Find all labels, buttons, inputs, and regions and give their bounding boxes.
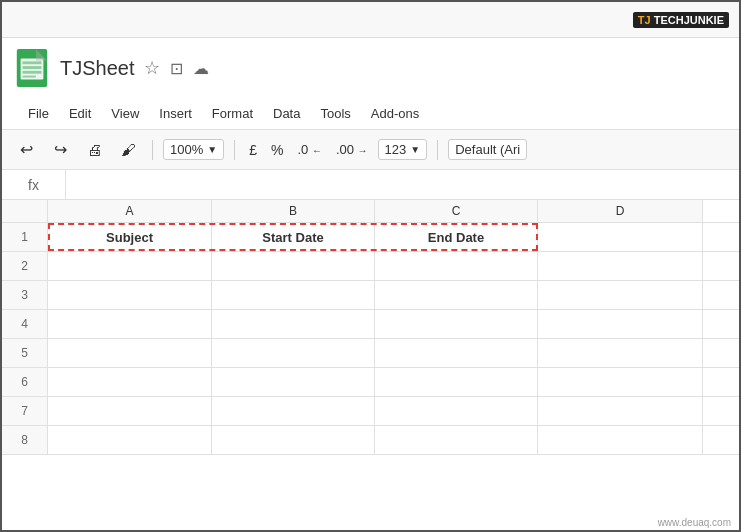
cell-a1[interactable]: Subject [48, 223, 212, 251]
cell-c4[interactable] [375, 310, 538, 338]
cell-a8[interactable] [48, 426, 212, 454]
zoom-dropdown-icon: ▼ [207, 144, 217, 155]
menu-view[interactable]: View [103, 102, 147, 125]
logo-tj: TJ [638, 14, 651, 26]
svg-rect-2 [23, 61, 42, 64]
table-row: 5 [2, 339, 739, 368]
menu-addons[interactable]: Add-ons [363, 102, 427, 125]
font-selector[interactable]: Default (Ari [448, 139, 527, 160]
cell-d5[interactable] [538, 339, 703, 367]
top-bar-icons: TJ TECHJUNKIE [633, 12, 729, 28]
cloud-icon[interactable]: ☁ [193, 59, 209, 78]
cell-b1[interactable]: Start Date [212, 223, 375, 251]
fx-label: fx [2, 170, 66, 199]
cell-c8[interactable] [375, 426, 538, 454]
decimal-decrease-button[interactable]: .0 ← [293, 140, 325, 159]
percent-button[interactable]: % [267, 140, 287, 160]
undo-button[interactable]: ↩ [12, 136, 40, 164]
svg-rect-3 [23, 66, 42, 69]
table-row: 6 [2, 368, 739, 397]
paint-format-button[interactable]: 🖌 [114, 136, 142, 164]
row-number-6: 6 [2, 368, 48, 396]
row-number-1: 1 [2, 223, 48, 251]
menu-insert[interactable]: Insert [151, 102, 200, 125]
top-bar: TJ TECHJUNKIE [2, 2, 739, 38]
table-row: 8 [2, 426, 739, 455]
cell-b7[interactable] [212, 397, 375, 425]
decimal-left-arrow: ← [312, 145, 322, 156]
header-section: TJSheet ☆ ⊡ ☁ [2, 38, 739, 98]
cell-a5[interactable] [48, 339, 212, 367]
undo-icon: ↩ [20, 140, 33, 159]
cell-c5[interactable] [375, 339, 538, 367]
cell-b3[interactable] [212, 281, 375, 309]
print-button[interactable]: 🖨 [80, 136, 108, 164]
cell-a6[interactable] [48, 368, 212, 396]
menu-format[interactable]: Format [204, 102, 261, 125]
menu-data[interactable]: Data [265, 102, 308, 125]
cell-c7[interactable] [375, 397, 538, 425]
cell-b5[interactable] [212, 339, 375, 367]
menu-edit[interactable]: Edit [61, 102, 99, 125]
number-format-selector[interactable]: 123 ▼ [378, 139, 428, 160]
row-num-header-corner [2, 200, 48, 222]
cell-d3[interactable] [538, 281, 703, 309]
cell-d7[interactable] [538, 397, 703, 425]
cell-b8[interactable] [212, 426, 375, 454]
cell-c3[interactable] [375, 281, 538, 309]
cell-c6[interactable] [375, 368, 538, 396]
cell-d4[interactable] [538, 310, 703, 338]
row-number-4: 4 [2, 310, 48, 338]
sheet-area: A B C D 1 Subject Start Date End Date 2 … [2, 200, 739, 455]
cell-b4[interactable] [212, 310, 375, 338]
cell-a7[interactable] [48, 397, 212, 425]
col-header-a[interactable]: A [48, 200, 212, 222]
cell-d1[interactable] [538, 223, 703, 251]
zoom-value: 100% [170, 142, 203, 157]
formula-bar: fx [2, 170, 739, 200]
decimal-right-label: .00 [336, 142, 354, 157]
cell-a2[interactable] [48, 252, 212, 280]
cell-a3[interactable] [48, 281, 212, 309]
cell-b2[interactable] [212, 252, 375, 280]
decimal-increase-button[interactable]: .00 → [332, 140, 372, 159]
redo-button[interactable]: ↪ [46, 136, 74, 164]
header-icons: ☆ ⊡ ☁ [144, 57, 209, 79]
number-format-dropdown-icon: ▼ [410, 144, 420, 155]
svg-rect-4 [23, 71, 42, 74]
cell-b6[interactable] [212, 368, 375, 396]
table-row: 4 [2, 310, 739, 339]
currency-button[interactable]: £ [245, 140, 261, 160]
cell-c2[interactable] [375, 252, 538, 280]
cell-c1[interactable]: End Date [375, 223, 538, 251]
toolbar-separator-2 [234, 140, 235, 160]
number-format-label: 123 [385, 142, 407, 157]
paint-icon: 🖌 [121, 141, 136, 158]
cell-d2[interactable] [538, 252, 703, 280]
table-row: 7 [2, 397, 739, 426]
svg-rect-5 [23, 76, 36, 78]
zoom-selector[interactable]: 100% ▼ [163, 139, 224, 160]
cell-a4[interactable] [48, 310, 212, 338]
slides-icon[interactable]: ⊡ [170, 59, 183, 78]
watermark: www.deuaq.com [658, 517, 731, 528]
menu-file[interactable]: File [20, 102, 57, 125]
col-header-b[interactable]: B [212, 200, 375, 222]
decimal-right-arrow: → [358, 145, 368, 156]
col-header-d[interactable]: D [538, 200, 703, 222]
menu-bar: File Edit View Insert Format Data Tools … [2, 98, 739, 130]
column-headers: A B C D [2, 200, 739, 223]
cell-d8[interactable] [538, 426, 703, 454]
decimal-left-label: .0 [297, 142, 308, 157]
redo-icon: ↪ [54, 140, 67, 159]
cell-d6[interactable] [538, 368, 703, 396]
doc-title: TJSheet [60, 57, 134, 80]
star-icon[interactable]: ☆ [144, 57, 160, 79]
menu-tools[interactable]: Tools [312, 102, 358, 125]
table-row: 1 Subject Start Date End Date [2, 223, 739, 252]
sheet-rows: 1 Subject Start Date End Date 2 3 4 [2, 223, 739, 455]
row-number-7: 7 [2, 397, 48, 425]
col-header-c[interactable]: C [375, 200, 538, 222]
toolbar: ↩ ↪ 🖨 🖌 100% ▼ £ % .0 ← .00 → 123 ▼ Defa… [2, 130, 739, 170]
formula-input[interactable] [66, 170, 739, 199]
